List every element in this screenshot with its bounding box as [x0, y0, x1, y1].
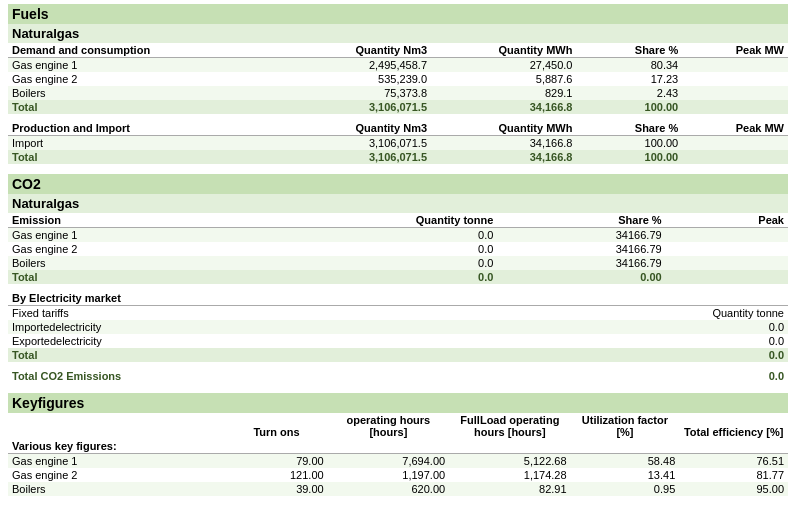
- kf-row-2: Boilers 39.00 620.00 82.91 0.95 95.00: [8, 482, 788, 496]
- emission-peak-1: [666, 242, 788, 256]
- keyfigures-title: Keyfigures: [8, 393, 788, 413]
- emission-share-total: 0.00: [497, 270, 665, 284]
- kf-op-1: 1,197.00: [328, 468, 449, 482]
- keyfigures-various-label: Various key figures:: [8, 439, 225, 454]
- production-col-nm3: Quantity Nm3: [272, 121, 431, 136]
- demand-header-row: Demand and consumption Quantity Nm3 Quan…: [8, 43, 788, 58]
- emission-label-2: Boilers: [8, 256, 314, 270]
- kf-fl-1: 1,174.28: [449, 468, 570, 482]
- emission-peak-2: [666, 256, 788, 270]
- demand-label-0: Gas engine 1: [8, 58, 272, 73]
- total-co2-label: Total CO2 Emissions: [8, 369, 496, 383]
- emission-peak-total: [666, 270, 788, 284]
- production-share-total: 100.00: [576, 150, 682, 164]
- emission-share-1: 34166.79: [497, 242, 665, 256]
- fixed-tariffs-qty-col: Quantity tonne: [496, 306, 789, 321]
- co2-title: CO2: [8, 174, 788, 194]
- kf-eff-0: 76.51: [679, 454, 788, 469]
- kf-fl-2: 82.91: [449, 482, 570, 496]
- total-co2-row: Total CO2 Emissions 0.0: [8, 369, 788, 383]
- emission-section-label: Emission: [8, 213, 314, 228]
- production-section-label: Production and Import: [8, 121, 272, 136]
- demand-col-peak: Peak MW: [682, 43, 788, 58]
- production-table: Production and Import Quantity Nm3 Quant…: [8, 121, 788, 164]
- kf-util-2: 0.95: [571, 482, 680, 496]
- demand-col-nm3: Quantity Nm3: [272, 43, 431, 58]
- production-label-0: Import: [8, 136, 272, 151]
- demand-col-mwh: Quantity MWh: [431, 43, 576, 58]
- demand-label-1: Gas engine 2: [8, 72, 272, 86]
- demand-mwh-2: 829.1: [431, 86, 576, 100]
- demand-share-1: 17.23: [576, 72, 682, 86]
- production-share-0: 100.00: [576, 136, 682, 151]
- demand-peak-total: [682, 100, 788, 114]
- demand-row-2: Boilers 75,373.8 829.1 2.43: [8, 86, 788, 100]
- electricity-label-total: Total: [8, 348, 496, 362]
- electricity-table: By Electricity market Fixed tariffs Quan…: [8, 291, 788, 362]
- kf-row-1: Gas engine 2 121.00 1,197.00 1,174.28 13…: [8, 468, 788, 482]
- emission-row-1: Gas engine 2 0.0 34166.79: [8, 242, 788, 256]
- electricity-qty-1: 0.0: [496, 334, 789, 348]
- fixed-tariffs-row: Fixed tariffs Quantity tonne: [8, 306, 788, 321]
- electricity-label-1: Exportedelectricity: [8, 334, 496, 348]
- electricity-row-total: Total 0.0: [8, 348, 788, 362]
- kf-turn-2: 39.00: [225, 482, 327, 496]
- emission-qty-0: 0.0: [314, 228, 498, 243]
- electricity-qty-total: 0.0: [496, 348, 789, 362]
- kf-row-0: Gas engine 1 79.00 7,694.00 5,122.68 58.…: [8, 454, 788, 469]
- emission-table: Emission Quantity tonne Share % Peak Gas…: [8, 213, 788, 284]
- kf-fl-0: 5,122.68: [449, 454, 570, 469]
- emission-col-peak: Peak: [666, 213, 788, 228]
- production-peak-total: [682, 150, 788, 164]
- demand-label-total: Total: [8, 100, 272, 114]
- kf-op-0: 7,694.00: [328, 454, 449, 469]
- demand-share-2: 2.43: [576, 86, 682, 100]
- naturalgas-title-co2: Naturalgas: [8, 194, 788, 213]
- production-label-total: Total: [8, 150, 272, 164]
- emission-col-qty: Quantity tonne: [314, 213, 498, 228]
- demand-share-total: 100.00: [576, 100, 682, 114]
- emission-row-0: Gas engine 1 0.0 34166.79: [8, 228, 788, 243]
- emission-share-2: 34166.79: [497, 256, 665, 270]
- emission-peak-0: [666, 228, 788, 243]
- demand-nm3-total: 3,106,071.5: [272, 100, 431, 114]
- production-row-0: Import 3,106,071.5 34,166.8 100.00: [8, 136, 788, 151]
- electricity-label-0: Importedelectricity: [8, 320, 496, 334]
- demand-nm3-2: 75,373.8: [272, 86, 431, 100]
- emission-qty-2: 0.0: [314, 256, 498, 270]
- emission-header-row: Emission Quantity tonne Share % Peak: [8, 213, 788, 228]
- emission-label-1: Gas engine 2: [8, 242, 314, 256]
- fixed-tariffs-label: Fixed tariffs: [8, 306, 496, 321]
- kf-label-1: Gas engine 2: [8, 468, 225, 482]
- kf-turn-1: 121.00: [225, 468, 327, 482]
- demand-mwh-0: 27,450.0: [431, 58, 576, 73]
- kf-op-2: 620.00: [328, 482, 449, 496]
- electricity-header-row: By Electricity market: [8, 291, 788, 306]
- demand-col-share: Share %: [576, 43, 682, 58]
- emission-col-share: Share %: [497, 213, 665, 228]
- production-nm3-0: 3,106,071.5: [272, 136, 431, 151]
- emission-qty-1: 0.0: [314, 242, 498, 256]
- production-header-row: Production and Import Quantity Nm3 Quant…: [8, 121, 788, 136]
- production-peak-0: [682, 136, 788, 151]
- production-col-share: Share %: [576, 121, 682, 136]
- emission-row-2: Boilers 0.0 34166.79: [8, 256, 788, 270]
- kf-col-op: operating hours [hours]: [328, 413, 449, 439]
- demand-mwh-total: 34,166.8: [431, 100, 576, 114]
- main-container: Fuels Naturalgas Demand and consumption …: [0, 0, 796, 504]
- emission-label-total: Total: [8, 270, 314, 284]
- kf-label-0: Gas engine 1: [8, 454, 225, 469]
- production-col-mwh: Quantity MWh: [431, 121, 576, 136]
- kf-col-fl: FullLoad operating hours [hours]: [449, 413, 570, 439]
- emission-label-0: Gas engine 1: [8, 228, 314, 243]
- demand-section-label: Demand and consumption: [8, 43, 272, 58]
- production-row-total: Total 3,106,071.5 34,166.8 100.00: [8, 150, 788, 164]
- emission-row-total: Total 0.0 0.00: [8, 270, 788, 284]
- keyfigures-header-row: Turn ons operating hours [hours] FullLoa…: [8, 413, 788, 439]
- naturalgas-title-fuels: Naturalgas: [8, 24, 788, 43]
- demand-nm3-1: 535,239.0: [272, 72, 431, 86]
- demand-table: Demand and consumption Quantity Nm3 Quan…: [8, 43, 788, 114]
- electricity-row-1: Exportedelectricity 0.0: [8, 334, 788, 348]
- emission-qty-total: 0.0: [314, 270, 498, 284]
- demand-peak-0: [682, 58, 788, 73]
